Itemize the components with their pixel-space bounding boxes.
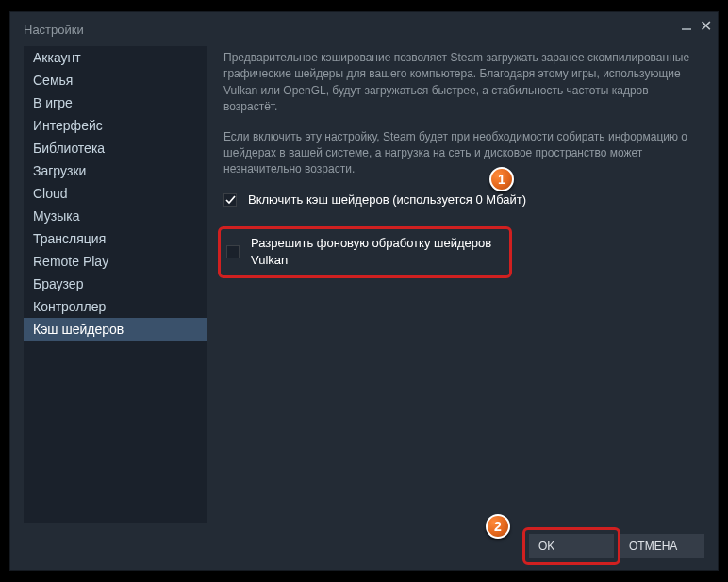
sidebar-item-controller[interactable]: Контроллер bbox=[24, 295, 207, 318]
sidebar-item-account[interactable]: Аккаунт bbox=[24, 46, 207, 69]
sidebar-item-remoteplay[interactable]: Remote Play bbox=[24, 250, 207, 273]
sidebar-item-family[interactable]: Семья bbox=[24, 69, 207, 91]
button-label: OK bbox=[538, 540, 554, 553]
sidebar-item-downloads[interactable]: Загрузки bbox=[24, 159, 207, 182]
window-controls: ✕ bbox=[682, 20, 712, 33]
sidebar-item-label: Музыка bbox=[33, 208, 80, 224]
settings-window: Настройки ✕ Аккаунт Семья В игре Интерфе… bbox=[9, 11, 719, 571]
sidebar-item-label: Кэш шейдеров bbox=[33, 322, 124, 337]
ok-button[interactable]: OK bbox=[529, 534, 614, 558]
sidebar-item-music[interactable]: Музыка bbox=[24, 205, 207, 227]
sidebar-item-label: Браузер bbox=[33, 276, 83, 291]
minimize-icon[interactable] bbox=[682, 22, 691, 31]
sidebar-item-label: Аккаунт bbox=[33, 50, 81, 65]
footer: OK ОТМЕНА bbox=[529, 534, 704, 558]
sidebar-item-label: Семья bbox=[33, 73, 73, 88]
checkbox-vulkan-background[interactable] bbox=[226, 245, 240, 258]
close-icon[interactable]: ✕ bbox=[699, 20, 712, 33]
option-enable-shader-cache[interactable]: Включить кэш шейдеров (используется 0 Мб… bbox=[223, 191, 691, 209]
sidebar-item-browser[interactable]: Браузер bbox=[24, 273, 207, 295]
sidebar-item-broadcast[interactable]: Трансляция bbox=[24, 227, 207, 250]
window-title: Настройки bbox=[24, 23, 84, 37]
sidebar-item-label: В игре bbox=[33, 95, 73, 110]
ok-highlight: OK bbox=[522, 527, 620, 565]
content-panel: Предварительное кэширование позволяет St… bbox=[207, 46, 704, 523]
titlebar: Настройки ✕ bbox=[10, 12, 718, 46]
description-para-2: Если включить эту настройку, Steam будет… bbox=[223, 129, 691, 178]
checkbox-enable-shader-cache[interactable] bbox=[223, 193, 237, 207]
sidebar-item-label: Интерфейс bbox=[33, 118, 103, 133]
sidebar-item-cloud[interactable]: Cloud bbox=[24, 182, 207, 205]
sidebar-item-library[interactable]: Библиотека bbox=[24, 137, 207, 159]
annotation-badge-2: 2 bbox=[486, 514, 510, 539]
sidebar-item-shadercache[interactable]: Кэш шейдеров bbox=[24, 318, 207, 341]
body-area: Аккаунт Семья В игре Интерфейс Библиотек… bbox=[10, 46, 718, 523]
sidebar-item-label: Cloud bbox=[33, 186, 68, 201]
button-label: ОТМЕНА bbox=[629, 540, 677, 553]
sidebar-item-interface[interactable]: Интерфейс bbox=[24, 114, 207, 137]
option-label: Включить кэш шейдеров (используется 0 Мб… bbox=[248, 191, 526, 209]
sidebar: Аккаунт Семья В игре Интерфейс Библиотек… bbox=[24, 46, 207, 523]
sidebar-item-label: Библиотека bbox=[33, 141, 105, 156]
option-label: Разрешить фоновую обработку шейдеров Vul… bbox=[251, 235, 500, 271]
description-para-1: Предварительное кэширование позволяет St… bbox=[223, 50, 691, 116]
option-vulkan-background[interactable]: Разрешить фоновую обработку шейдеров Vul… bbox=[218, 226, 512, 279]
cancel-button[interactable]: ОТМЕНА bbox=[620, 534, 704, 558]
sidebar-item-label: Remote Play bbox=[33, 254, 108, 269]
sidebar-item-label: Контроллер bbox=[33, 299, 106, 314]
annotation-badge-1: 1 bbox=[489, 167, 514, 191]
sidebar-item-label: Трансляция bbox=[33, 231, 106, 246]
sidebar-item-ingame[interactable]: В игре bbox=[24, 91, 207, 114]
sidebar-item-label: Загрузки bbox=[33, 163, 86, 178]
